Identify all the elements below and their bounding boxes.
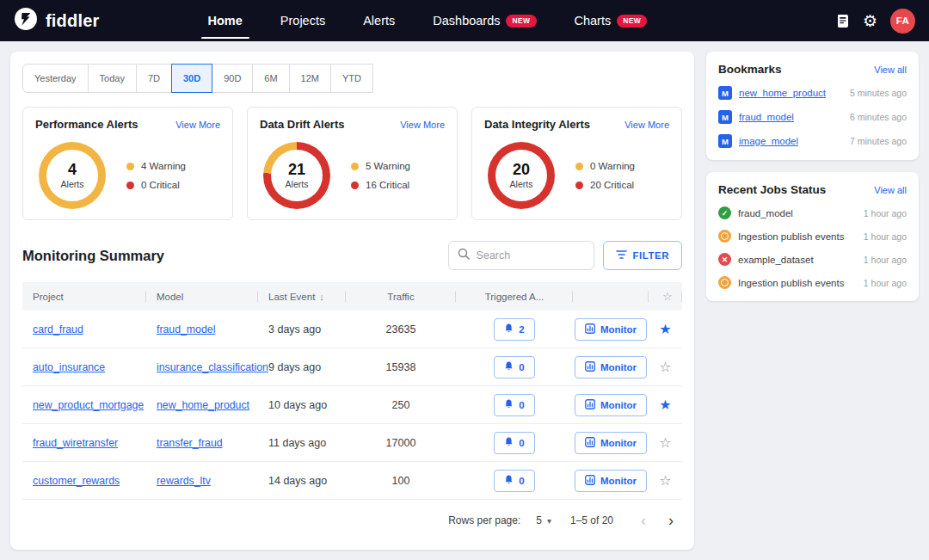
search-box[interactable] — [448, 241, 594, 270]
donut-center: 4 Alerts — [46, 150, 98, 201]
column-header[interactable]: Last Event — [258, 282, 346, 311]
monitor-button[interactable]: Monitor — [575, 470, 647, 492]
caret-down-icon — [547, 514, 551, 526]
monitor-button[interactable]: Monitor — [575, 394, 647, 416]
job-time: 1 hour ago — [864, 255, 907, 265]
alert-summary-cards: Performance Alerts View More 4 Alerts — [22, 107, 682, 220]
jobs-view-all-link[interactable]: View all — [874, 185, 907, 195]
nav-item[interactable]: Alerts — [344, 0, 414, 41]
settings-gear-icon[interactable]: ⚙ — [863, 13, 877, 29]
bell-icon — [504, 474, 514, 487]
model-link[interactable]: new_home_product — [157, 399, 249, 411]
critical-label: 16 Critical — [366, 180, 409, 190]
main-nav: Home Projects Alerts Dashboards NEW Char… — [189, 0, 667, 41]
job-status-icon — [718, 253, 731, 266]
monitor-button[interactable]: Monitor — [575, 318, 647, 341]
time-filter-button[interactable]: 90D — [212, 64, 253, 93]
time-filter-button[interactable]: 30D — [171, 64, 212, 93]
model-link[interactable]: transfer_fraud — [157, 437, 223, 449]
alert-count-value: 0 — [519, 476, 524, 486]
column-header[interactable] — [573, 282, 649, 311]
navbar-actions: ⚙ FA — [836, 9, 915, 34]
monitor-button-label: Monitor — [600, 476, 637, 486]
warning-legend-row: 0 Warning — [575, 161, 635, 171]
bar-chart-icon — [585, 399, 595, 411]
bell-icon — [504, 360, 514, 373]
project-link[interactable]: customer_rewards — [33, 475, 120, 487]
filter-button-label: FILTER — [633, 250, 669, 261]
monitor-button[interactable]: Monitor — [575, 356, 647, 378]
last-event-cell: 3 days ago — [258, 323, 346, 335]
rows-per-page-select[interactable]: 5 — [536, 514, 551, 526]
nav-item[interactable]: Charts NEW — [556, 0, 667, 41]
critical-dot-icon — [351, 182, 359, 189]
column-header[interactable]: Model — [146, 282, 258, 311]
triggered-alerts-button[interactable]: 0 — [494, 432, 534, 454]
triggered-alerts-button[interactable]: 2 — [494, 318, 534, 341]
time-filter-button[interactable]: Yesterday — [22, 64, 89, 93]
star-toggle[interactable]: ☆ — [659, 360, 671, 374]
view-more-link[interactable]: View More — [175, 120, 220, 130]
bookmark-time: 6 minutes ago — [850, 112, 907, 122]
next-page-icon[interactable] — [665, 513, 677, 528]
model-link[interactable]: insurance_classification — [157, 361, 268, 373]
search-input[interactable] — [477, 249, 580, 262]
project-link[interactable]: card_fraud — [33, 323, 83, 335]
sort-desc-icon[interactable] — [319, 292, 324, 302]
table-header: Project Model Last Event Traf — [22, 282, 682, 311]
time-filter-button[interactable]: 12M — [289, 64, 331, 93]
star-toggle[interactable]: ★ — [659, 323, 671, 336]
triggered-alerts-button[interactable]: 0 — [494, 470, 534, 492]
column-header[interactable]: Project — [22, 282, 146, 311]
star-toggle[interactable]: ☆ — [659, 436, 671, 450]
column-header[interactable]: Triggered A... — [456, 282, 573, 311]
nav-item-label: Alerts — [363, 14, 395, 28]
project-link[interactable]: auto_insurance — [33, 361, 105, 373]
time-filter-button[interactable]: 7D — [136, 64, 172, 93]
nav-item[interactable]: Projects — [261, 0, 344, 41]
brand-logo[interactable]: fiddler — [14, 7, 100, 34]
last-event-cell: 14 days ago — [258, 475, 346, 487]
star-toggle[interactable]: ★ — [659, 398, 671, 412]
triggered-alerts-button[interactable]: 0 — [494, 394, 534, 416]
reports-document-icon[interactable] — [836, 14, 850, 28]
time-filter-button[interactable]: YTD — [330, 64, 373, 93]
column-header[interactable]: Traffic — [346, 282, 456, 311]
job-status-icon — [718, 206, 731, 219]
model-link[interactable]: rewards_ltv — [157, 475, 211, 487]
bell-icon — [504, 398, 514, 411]
monitor-button-label: Monitor — [600, 324, 637, 335]
triggered-alerts-button[interactable]: 0 — [494, 356, 534, 378]
bookmark-time: 5 minutes ago — [850, 88, 907, 98]
alert-count-value: 0 — [519, 438, 524, 448]
bookmark-link[interactable]: image_model — [739, 136, 798, 146]
filter-button[interactable]: FILTER — [603, 241, 682, 270]
time-filter-button[interactable]: 6M — [252, 64, 289, 93]
alert-count-value: 2 — [519, 324, 524, 335]
nav-item[interactable]: Dashboards NEW — [414, 0, 555, 41]
nav-item[interactable]: Home — [189, 0, 261, 41]
view-more-link[interactable]: View More — [624, 120, 669, 130]
table-row: auto_insurance insurance_classification … — [22, 348, 682, 386]
column-header[interactable] — [649, 282, 682, 311]
model-link[interactable]: fraud_model — [157, 323, 215, 335]
critical-label: 20 Critical — [590, 180, 634, 190]
monitor-button[interactable]: Monitor — [575, 432, 647, 454]
alerts-donut-chart: 4 Alerts — [39, 142, 106, 209]
project-link[interactable]: new_product_mortgage — [33, 399, 144, 411]
project-link[interactable]: fraud_wiretransfer — [33, 437, 118, 449]
recent-jobs-title: Recent Jobs Status — [718, 183, 826, 196]
bookmarks-view-all-link[interactable]: View all — [874, 65, 907, 75]
main-content: Yesterday Today 7D 30D 90D 6M 12M YTD — [0, 41, 929, 560]
user-avatar[interactable]: FA — [890, 9, 915, 34]
bookmark-link[interactable]: fraud_model — [739, 112, 794, 122]
bookmarks-card: Bookmarks View all M new_home_product 5 … — [706, 52, 919, 160]
prev-page-icon[interactable] — [637, 513, 649, 528]
star-toggle[interactable]: ☆ — [659, 474, 671, 488]
bookmark-link[interactable]: new_home_product — [739, 88, 826, 98]
warning-dot-icon — [351, 163, 359, 170]
view-more-link[interactable]: View More — [400, 120, 445, 130]
top-navbar: fiddler Home Projects Alerts Dashboards … — [0, 0, 929, 41]
time-filter-button[interactable]: Today — [88, 64, 137, 93]
alert-count: 20 — [513, 162, 530, 179]
